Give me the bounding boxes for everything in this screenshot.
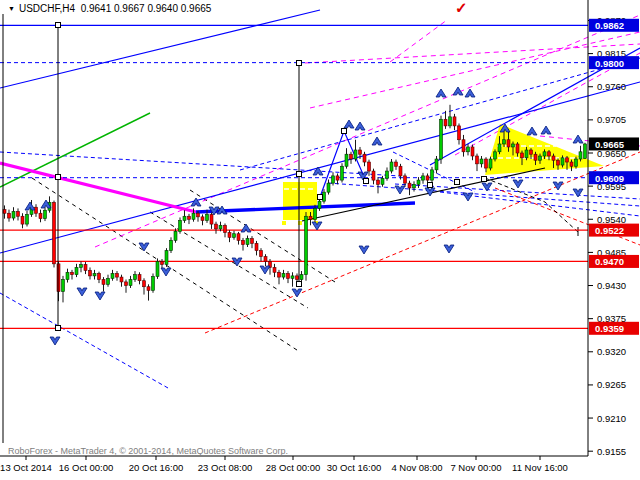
candle-body <box>17 211 20 216</box>
x-tick-label: 30 Oct 16:00 <box>327 462 381 473</box>
candle-body <box>480 159 483 164</box>
blue-trendline-topleft[interactable] <box>0 10 320 88</box>
x-tick-label: 13 Oct 2014 <box>0 462 52 473</box>
candle-body <box>93 273 96 275</box>
drag-handle[interactable] <box>428 183 433 188</box>
candle-body <box>129 280 132 286</box>
fractal-down-icon <box>161 268 171 276</box>
candle-body <box>242 240 245 244</box>
candle-body <box>134 275 137 280</box>
candle-body <box>575 159 578 166</box>
green-trendline[interactable] <box>0 113 150 187</box>
candle-body <box>435 159 438 170</box>
fractal-up-icon <box>372 137 382 145</box>
candle-body <box>417 180 420 184</box>
x-tick-label: 16 Oct 00:00 <box>59 462 113 473</box>
drag-handle[interactable] <box>455 180 460 185</box>
candle-body <box>381 178 384 184</box>
descending-channel-dashed-3[interactable] <box>150 212 308 308</box>
candle-body <box>116 273 119 277</box>
fractal-down-icon <box>553 182 563 190</box>
fractal-down-icon <box>359 246 369 254</box>
candle-body <box>66 272 69 279</box>
rising-channel-magenta-4[interactable] <box>390 20 447 62</box>
drag-handle[interactable] <box>56 326 61 331</box>
forecast-projection-dashed[interactable] <box>485 178 578 232</box>
ohlc-high: 0.9667 <box>114 3 145 14</box>
candle-body <box>291 276 294 278</box>
candle-body <box>278 272 281 277</box>
fractal-up-icon <box>527 127 537 135</box>
rectangle-handle[interactable] <box>282 221 286 225</box>
candle-body <box>197 213 200 217</box>
x-tick-label: 28 Oct 00:00 <box>266 462 320 473</box>
candle-body <box>287 273 290 278</box>
candle-body <box>462 140 465 152</box>
candle-body <box>453 117 456 126</box>
ohlc-close: 0.9665 <box>181 3 212 14</box>
drag-handle[interactable] <box>318 195 323 200</box>
candle-body <box>102 280 105 285</box>
candle-body <box>39 213 42 218</box>
candle-body <box>179 220 182 231</box>
fractal-up-icon <box>541 126 551 134</box>
y-tick-label: 0.9320 <box>597 346 626 357</box>
x-tick-label: 11 Nov 16:00 <box>512 462 568 473</box>
blue-dashed-mid-descending[interactable] <box>0 152 400 176</box>
fractal-up-icon <box>241 224 251 232</box>
candle-body <box>521 153 524 158</box>
rising-channel-magenta-1[interactable] <box>95 15 640 247</box>
checkmark-object[interactable]: ✓ <box>455 0 468 17</box>
fractal-down-icon <box>95 292 105 300</box>
candle-body <box>314 208 317 219</box>
candle-body <box>341 166 344 180</box>
candle-body <box>534 154 537 160</box>
drag-handle[interactable] <box>482 177 487 182</box>
candle-body <box>71 272 74 274</box>
candle-body <box>404 176 407 183</box>
candle-body <box>350 154 353 159</box>
drag-handle[interactable] <box>297 282 302 287</box>
candle-body <box>12 211 15 218</box>
candle-body <box>431 170 434 180</box>
candle-body <box>111 273 114 278</box>
candle-body <box>449 117 452 126</box>
candle-body <box>44 210 47 218</box>
drag-handle[interactable] <box>342 129 347 134</box>
candle-body <box>444 119 447 126</box>
candle-body <box>507 140 510 147</box>
drag-handle[interactable] <box>56 175 61 180</box>
candle-body <box>489 159 492 168</box>
fractal-down-icon <box>50 337 60 345</box>
candle-body <box>359 150 362 154</box>
drag-handle[interactable] <box>56 23 61 28</box>
fractal-down-icon <box>77 288 87 296</box>
candle-body <box>422 176 425 180</box>
candle-body <box>395 162 398 166</box>
chart-canvas[interactable]: 0.98700.98150.97600.97050.96500.95950.95… <box>0 0 640 480</box>
candle-body <box>165 251 168 265</box>
fractal-down-icon <box>482 183 492 191</box>
candle-body <box>368 162 371 171</box>
x-tick-label: 4 Nov 08:00 <box>391 462 442 473</box>
candle-body <box>84 264 87 270</box>
fractal-down-icon <box>292 289 302 297</box>
drag-handle[interactable] <box>297 172 302 177</box>
candle-body <box>525 150 528 158</box>
price-badge-label: 0.9470 <box>595 256 624 267</box>
candle-body <box>26 214 29 224</box>
candle-body <box>390 162 393 171</box>
drag-handle[interactable] <box>297 61 302 66</box>
yellow-consolidation-rectangle[interactable] <box>283 182 317 220</box>
candle-body <box>143 281 146 287</box>
drag-handle[interactable] <box>364 179 369 184</box>
x-tick-label: 23 Oct 08:00 <box>198 462 252 473</box>
chart-dropdown-icon[interactable]: ▼ <box>8 5 15 12</box>
price-badge-label: 0.9609 <box>595 173 624 184</box>
candle-body <box>440 119 443 159</box>
candle-body <box>264 257 267 262</box>
blue-dashed-bottom-left[interactable] <box>0 293 168 388</box>
candle-body <box>332 176 335 183</box>
candle-body <box>354 150 357 159</box>
candle-body <box>89 270 92 275</box>
